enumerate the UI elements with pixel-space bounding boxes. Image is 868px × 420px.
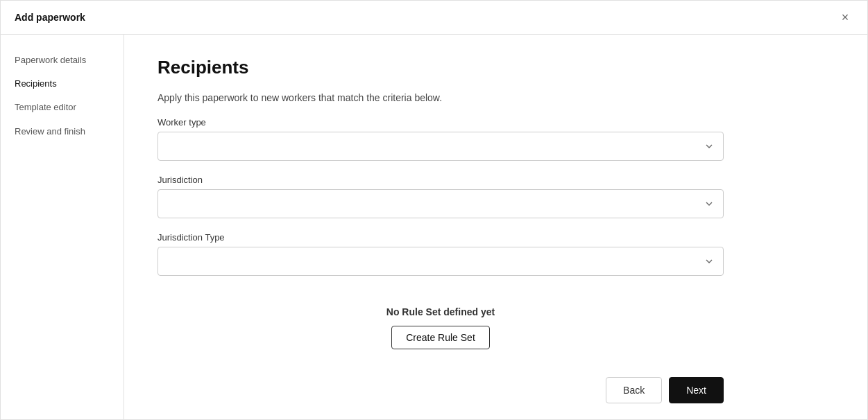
main-content: Recipients Apply this paperwork to new w… <box>124 35 867 419</box>
close-icon: × <box>842 10 849 25</box>
worker-type-group: Worker type <box>158 117 834 161</box>
jurisdiction-type-select[interactable] <box>158 247 724 276</box>
next-button[interactable]: Next <box>669 377 724 403</box>
modal-header: Add paperwork × <box>1 1 867 35</box>
footer-actions: Back Next <box>158 363 724 403</box>
worker-type-label: Worker type <box>158 117 834 128</box>
jurisdiction-type-label: Jurisdiction Type <box>158 232 834 243</box>
sidebar-item-paperwork-details[interactable]: Paperwork details <box>1 49 124 72</box>
create-rule-set-button[interactable]: Create Rule Set <box>391 326 490 349</box>
modal-title: Add paperwork <box>15 12 85 23</box>
close-button[interactable]: × <box>837 9 853 26</box>
sidebar-item-recipients[interactable]: Recipients <box>1 72 124 96</box>
modal-body: Paperwork details Recipients Template ed… <box>1 35 867 419</box>
jurisdiction-type-group: Jurisdiction Type <box>158 232 834 276</box>
sidebar: Paperwork details Recipients Template ed… <box>1 35 124 419</box>
description: Apply this paperwork to new workers that… <box>158 92 834 103</box>
worker-type-select[interactable] <box>158 132 724 161</box>
sidebar-item-review-and-finish[interactable]: Review and finish <box>1 120 124 143</box>
no-rule-set-section: No Rule Set defined yet Create Rule Set <box>158 306 724 349</box>
modal: Add paperwork × Paperwork details Recipi… <box>0 0 868 420</box>
sidebar-item-template-editor[interactable]: Template editor <box>1 96 124 119</box>
no-rule-set-text: No Rule Set defined yet <box>158 306 724 317</box>
page-title: Recipients <box>158 57 834 78</box>
jurisdiction-group: Jurisdiction <box>158 175 834 218</box>
jurisdiction-select[interactable] <box>158 189 724 218</box>
back-button[interactable]: Back <box>606 377 662 403</box>
jurisdiction-label: Jurisdiction <box>158 175 834 185</box>
